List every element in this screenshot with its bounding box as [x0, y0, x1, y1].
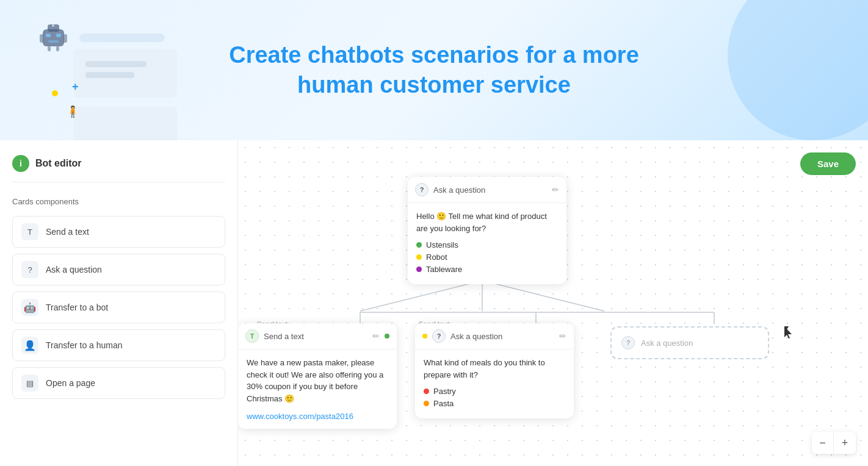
svg-rect-5 [48, 40, 59, 43]
send-text-card[interactable]: T ✏ We have a new pasta maker, please ch… [238, 323, 397, 429]
hero-section: + 🧍 Create chatbots scenarios for a more… [0, 0, 868, 140]
send-text-status-dot [385, 334, 389, 339]
deco-card-5 [73, 107, 177, 140]
hero-title-line1: Create chatbots scenarios for a more [229, 42, 639, 68]
option-robot: Robot [416, 253, 558, 262]
send-text-card-body: We have a new pasta maker, please check … [238, 349, 397, 429]
transfer-bot-label: Transfer to a bot [46, 303, 108, 312]
question-icon: ? [21, 261, 38, 278]
sidebar-title: Bot editor [35, 158, 82, 169]
page-icon: ▤ [21, 375, 38, 392]
ask-question-2-title-input[interactable] [450, 332, 554, 341]
send-text-card-header: T ✏ [238, 323, 397, 349]
main-question-card[interactable]: ? ✏ Hello 🙂 Tell me what kind of product… [408, 177, 566, 284]
option-dot-orange [424, 401, 429, 406]
zoom-controls: − + [812, 432, 856, 454]
svg-rect-1 [48, 24, 59, 32]
option-robot-text: Robot [426, 253, 447, 262]
canvas[interactable]: Save ? ✏ Hello 🙂 Tell me what kind of pr… [238, 140, 868, 466]
question-card-icon: ? [415, 183, 429, 196]
option-tableware-text: Tableware [426, 265, 462, 274]
send-text-link[interactable]: www.cooktoys.com/pasta2016 [247, 412, 353, 421]
human-icon: 👤 [21, 337, 38, 354]
ghost-card-label: Ask a question [641, 339, 693, 348]
svg-rect-4 [56, 34, 61, 37]
deco-card-1 [79, 34, 165, 42]
main-question-text: Hello 🙂 Tell me what kind of product are… [416, 210, 558, 234]
svg-rect-0 [43, 29, 64, 46]
svg-line-10 [360, 281, 482, 311]
deco-plus: + [72, 81, 79, 93]
ask-question-2-text: What kind of meals do you think to prepa… [424, 357, 565, 381]
send-text-edit-icon[interactable]: ✏ [372, 331, 380, 341]
option-dot-yellow [416, 254, 422, 260]
deco-person: 🧍 [66, 105, 79, 118]
deco-circle-right [728, 0, 868, 140]
svg-rect-3 [46, 34, 51, 37]
zoom-out-button[interactable]: − [812, 432, 834, 454]
ask-question-2-card-body: What kind of meals do you think to prepa… [415, 349, 574, 418]
send-text-title-input[interactable] [264, 332, 367, 341]
option-dot-green [416, 242, 422, 248]
main-question-card-body: Hello 🙂 Tell me what kind of product are… [408, 203, 566, 284]
ghost-card-icon: ? [621, 336, 635, 349]
bot-icon: 🤖 [21, 299, 38, 316]
svg-line-12 [482, 281, 604, 311]
main-question-edit-icon[interactable]: ✏ [552, 185, 559, 195]
ask-question-2-header: ? ✏ [415, 323, 574, 349]
text-icon: T [21, 223, 38, 240]
svg-rect-9 [56, 46, 59, 51]
robot-decoration [37, 18, 70, 54]
option-ustensils-text: Ustensils [426, 240, 458, 249]
sidebar-item-transfer-human[interactable]: 👤 Transfer to a human [12, 329, 225, 361]
option-dot-red [424, 389, 429, 394]
ask-question-2-edit-icon[interactable]: ✏ [559, 331, 566, 341]
sidebar-item-open-page[interactable]: ▤ Open a page [12, 367, 225, 399]
deco-card-4 [85, 72, 134, 78]
ask-question-label: Ask a question [46, 265, 102, 274]
transfer-human-label: Transfer to a human [46, 340, 123, 350]
ask-question-2-card[interactable]: ? ✏ What kind of meals do you think to p… [415, 323, 574, 418]
sidebar: i Bot editor Cards components T Send a t… [0, 140, 238, 466]
hero-title-line2: human customer service [297, 72, 571, 98]
svg-rect-6 [40, 34, 43, 43]
deco-card-3 [85, 61, 146, 67]
main-question-card-header: ? ✏ [408, 177, 566, 203]
svg-rect-7 [63, 34, 67, 43]
option-pasta-text: Pasta [433, 399, 454, 408]
open-page-label: Open a page [46, 378, 95, 388]
send-text-content: We have a new pasta maker, please check … [247, 357, 388, 404]
sidebar-item-transfer-bot[interactable]: 🤖 Transfer to a bot [12, 292, 225, 323]
svg-rect-8 [48, 46, 51, 51]
sidebar-item-ask-question[interactable]: ? Ask a question [12, 254, 225, 285]
main-question-title-input[interactable] [433, 185, 547, 195]
save-button[interactable]: Save [800, 152, 856, 175]
ask-question-2-status-dot [422, 334, 427, 339]
mouse-cursor [784, 326, 793, 339]
deco-dot-yellow [52, 90, 58, 96]
question-2-card-icon: ? [432, 329, 446, 343]
option-dot-purple [416, 267, 422, 272]
option-pastry-text: Pastry [433, 387, 456, 396]
cards-section-title: Cards components [12, 197, 225, 206]
sidebar-logo: i [12, 155, 29, 172]
option-pastry: Pastry [424, 387, 565, 396]
ghost-ask-question-card[interactable]: ? Ask a question [610, 326, 769, 359]
option-pasta: Pasta [424, 399, 565, 408]
send-text-label: Send a text [46, 227, 89, 237]
sidebar-item-send-text[interactable]: T Send a text [12, 216, 225, 248]
main-layout: i Bot editor Cards components T Send a t… [0, 140, 868, 466]
option-tableware: Tableware [416, 265, 558, 274]
text-card-icon: T [245, 329, 259, 343]
deco-card-2 [73, 49, 177, 98]
svg-point-2 [52, 24, 54, 27]
option-ustensils: Ustensils [416, 240, 558, 249]
zoom-in-button[interactable]: + [834, 432, 856, 454]
sidebar-header: i Bot editor [12, 155, 225, 182]
hero-title: Create chatbots scenarios for a more hum… [229, 40, 639, 101]
